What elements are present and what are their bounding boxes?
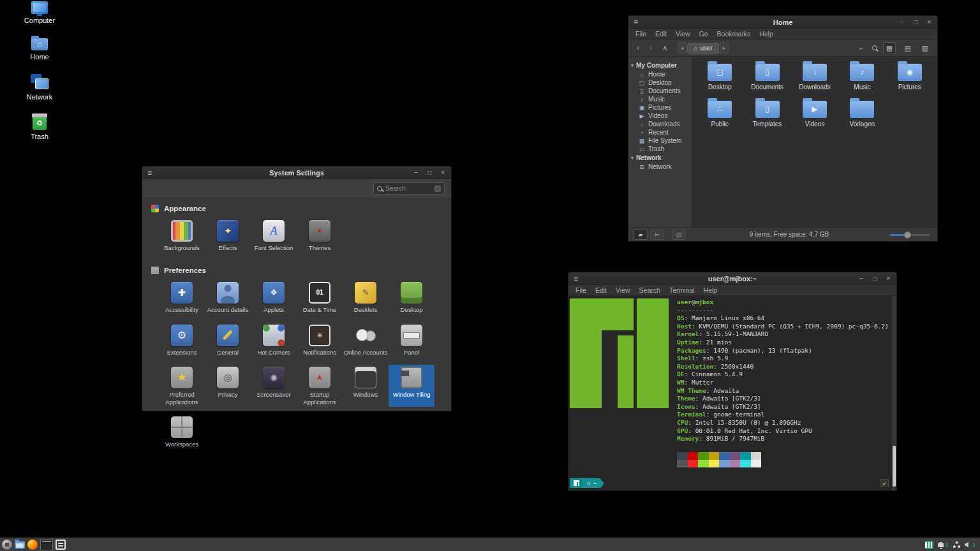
search-input[interactable]: [385, 185, 431, 192]
firefox-launcher[interactable]: [27, 540, 38, 550]
settings-item-extensions[interactable]: Extensions: [159, 323, 205, 357]
settings-item-workspaces[interactable]: Workspaces: [159, 415, 205, 449]
menu-edit[interactable]: Edit: [591, 286, 611, 294]
terminal-content[interactable]: user@mjbox ---------- OS Manjaro Linux x…: [568, 296, 896, 490]
sidebar-item-documents[interactable]: Documents: [628, 87, 692, 95]
sidebar-item-desktop[interactable]: Desktop: [628, 78, 692, 87]
desktop-icon-computer[interactable]: Computer: [13, 1, 66, 24]
folder-documents[interactable]: Documents: [744, 64, 791, 91]
maximize-button[interactable]: □: [427, 166, 431, 179]
forward-button[interactable]: ›: [645, 43, 657, 53]
fm-titlebar[interactable]: ≡ Home − □ ×: [628, 16, 937, 29]
sidebar-section-my-computer[interactable]: My Computer: [628, 61, 692, 70]
settings-item-online-accounts[interactable]: Online Accounts: [343, 323, 389, 357]
folder-templates[interactable]: Templates: [744, 101, 791, 128]
scrollbar-thumb[interactable]: [893, 446, 896, 487]
breadcrumb-prev-icon[interactable]: ◂: [678, 42, 687, 54]
list-view-button[interactable]: [902, 43, 913, 54]
settings-item-applets[interactable]: Applets: [251, 280, 297, 314]
desktop-icon-trash[interactable]: Trash: [13, 112, 66, 140]
menu-file[interactable]: File: [571, 286, 591, 294]
folder-vorlagen[interactable]: Vorlagen: [838, 101, 886, 128]
folder-public[interactable]: Public: [696, 101, 743, 128]
settings-titlebar[interactable]: ≡ System Settings − □ ×: [142, 166, 451, 179]
terminal-scrollbar[interactable]: [892, 296, 896, 490]
settings-item-account-details[interactable]: Account details: [205, 280, 251, 314]
menu-terminal[interactable]: Terminal: [665, 286, 699, 294]
settings-item-panel[interactable]: Panel: [389, 323, 434, 357]
menu-view[interactable]: View: [611, 286, 635, 294]
breadcrumb-home-button[interactable]: user: [687, 43, 719, 54]
settings-search-box[interactable]: [373, 182, 445, 195]
hamburger-menu-icon[interactable]: ≡: [634, 18, 638, 26]
sidebar-item-videos[interactable]: Videos: [628, 112, 692, 120]
package-updates-tray-icon[interactable]: [925, 541, 933, 549]
breadcrumb-next-icon[interactable]: ▸: [720, 42, 729, 54]
settings-item-backgrounds[interactable]: Backgrounds: [159, 218, 205, 253]
close-button[interactable]: ×: [927, 16, 931, 29]
settings-item-effects[interactable]: Effects: [205, 218, 251, 253]
back-button[interactable]: ‹: [632, 43, 644, 53]
zoom-slider[interactable]: [890, 231, 930, 239]
settings-item-notifications[interactable]: Notifications: [297, 323, 343, 357]
menu-go[interactable]: Go: [695, 30, 713, 38]
network-tray-icon[interactable]: [953, 541, 960, 548]
hamburger-menu-icon[interactable]: ≡: [574, 275, 578, 283]
maximize-button[interactable]: □: [914, 16, 917, 29]
show-treeview-button[interactable]: [650, 230, 664, 240]
folder-videos[interactable]: Videos: [791, 101, 838, 128]
sidebar-section-network[interactable]: Network: [628, 153, 692, 163]
folder-pictures[interactable]: Pictures: [886, 64, 933, 91]
notifications-bell-icon[interactable]: [938, 542, 944, 547]
menu-edit[interactable]: Edit: [651, 30, 671, 38]
settings-item-window-tiling[interactable]: Window Tiling: [389, 365, 434, 407]
sidebar-item-trash[interactable]: Trash: [628, 145, 692, 153]
folder-downloads[interactable]: Downloads: [791, 64, 838, 91]
settings-item-hot-corners[interactable]: Hot Corners: [251, 323, 297, 357]
settings-item-themes[interactable]: Themes: [297, 218, 343, 253]
up-button[interactable]: ∧: [658, 43, 672, 53]
menu-button[interactable]: [2, 540, 12, 550]
settings-item-desklets[interactable]: Desklets: [343, 280, 389, 314]
close-button[interactable]: ×: [441, 166, 445, 179]
hamburger-menu-icon[interactable]: ≡: [147, 169, 152, 177]
settings-item-preferred-applications[interactable]: Preferred Applications: [159, 365, 205, 407]
terminal-titlebar[interactable]: ≡ user@mjbox:~ − □ ×: [568, 272, 896, 285]
settings-item-startup-applications[interactable]: Startup Applications: [297, 365, 343, 407]
close-button[interactable]: ×: [886, 272, 890, 285]
clear-search-icon[interactable]: [434, 186, 441, 192]
files-launcher[interactable]: [15, 541, 25, 549]
menu-file[interactable]: File: [631, 30, 651, 38]
show-places-button[interactable]: [634, 230, 648, 240]
menu-bookmarks[interactable]: Bookmarks: [713, 30, 755, 38]
desktop-icon-home[interactable]: Home: [13, 36, 66, 61]
settings-item-date-time[interactable]: Date & Time: [297, 280, 343, 314]
folder-music[interactable]: Music: [838, 64, 886, 91]
menu-view[interactable]: View: [671, 30, 695, 38]
settings-item-screensaver[interactable]: Screensaver: [251, 365, 297, 407]
sidebar-item-pictures[interactable]: Pictures: [628, 103, 692, 112]
compact-view-button[interactable]: [919, 43, 931, 54]
sidebar-item-file-system[interactable]: File System: [628, 136, 692, 145]
menu-help[interactable]: Help: [755, 30, 778, 38]
icon-view-button[interactable]: [883, 42, 896, 54]
minimize-button[interactable]: −: [859, 272, 863, 285]
menu-search[interactable]: Search: [635, 286, 665, 294]
desktop-icon-network[interactable]: Network: [13, 74, 66, 101]
settings-item-privacy[interactable]: Privacy: [205, 365, 251, 407]
toggle-location-entry-icon[interactable]: ⌐: [857, 43, 866, 53]
terminal-window-button[interactable]: [40, 539, 53, 550]
settings-item-general[interactable]: General: [205, 323, 251, 357]
search-icon[interactable]: [872, 45, 877, 50]
menu-help[interactable]: Help: [699, 286, 722, 294]
folder-desktop[interactable]: Desktop: [696, 64, 743, 91]
settings-item-desktop[interactable]: Desktop: [389, 280, 434, 314]
minimize-button[interactable]: −: [414, 166, 418, 179]
maximize-button[interactable]: □: [873, 272, 877, 285]
volume-tray-icon[interactable]: [965, 541, 971, 548]
sidebar-item-home[interactable]: Home: [628, 70, 692, 78]
settings-item-windows[interactable]: Windows: [343, 365, 389, 407]
window-list-button[interactable]: [56, 540, 66, 550]
settings-item-accessibility[interactable]: Accessibility: [159, 280, 205, 314]
toggle-sidebar-button[interactable]: [672, 230, 686, 240]
